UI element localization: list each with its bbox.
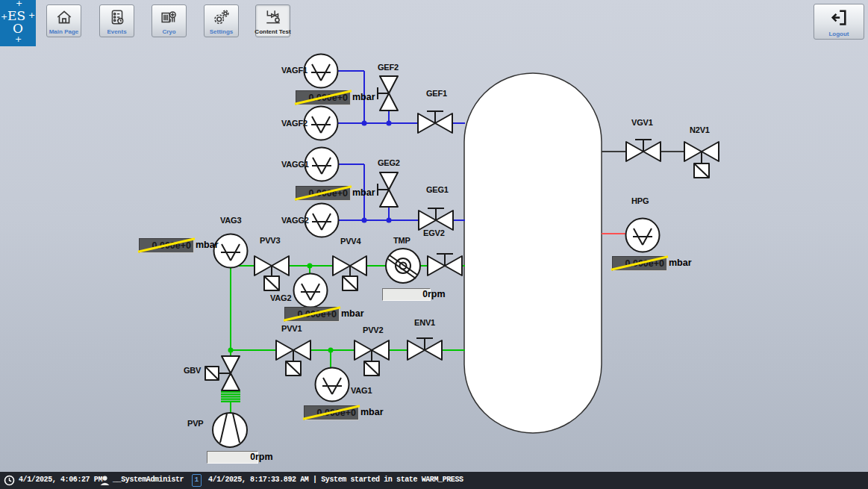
readout-tmp-rpm: 0: [382, 288, 431, 301]
app-root: VAGF1 VAGF2 VAGG1 VAGG2 GEF2 GEF1 GEG2 G…: [0, 0, 868, 489]
readout-vag1-pressure: 0.000e+0: [304, 405, 359, 420]
label-env1: ENV1: [414, 318, 435, 327]
valve-gbv[interactable]: [205, 356, 240, 390]
valve-geg1[interactable]: [419, 208, 453, 230]
valve-n2v1[interactable]: [684, 142, 719, 178]
statusbar-message: 4/1/2025, 8:17:33.892 AM | System starte…: [208, 476, 463, 484]
gear-icon: [204, 7, 238, 27]
gauge-vagf1[interactable]: [305, 54, 338, 88]
eso-logo: + + + + ES O: [0, 0, 36, 46]
home-icon: [47, 7, 81, 27]
label-vag1: VAG1: [351, 386, 372, 395]
gauge-vagg1[interactable]: [305, 148, 339, 181]
cryo-plant-icon: [152, 7, 186, 27]
label-egv2: EGV2: [423, 228, 445, 237]
label-hpg: HPG: [631, 196, 649, 205]
vacuum-vessel: [464, 73, 602, 433]
label-vgv1: VGV1: [631, 118, 653, 127]
label-vag2: VAG2: [270, 293, 291, 302]
readout-hpg-pressure: 0.000e+0: [612, 256, 667, 271]
label-vagf1: VAGF1: [281, 66, 307, 75]
label-vagg1: VAGG1: [281, 160, 309, 169]
label-n2v1: N2V1: [690, 125, 710, 134]
label-gbv: GBV: [184, 366, 201, 375]
label-vagg2: VAGG2: [281, 216, 309, 225]
gauge-vagg2[interactable]: [305, 204, 339, 237]
schematic-canvas: [0, 0, 868, 489]
piping-diagram-icon: [256, 7, 290, 27]
events-list-icon: [100, 7, 134, 27]
readout-vagf-pressure: 0.000e+0: [296, 90, 351, 105]
label-geg2: GEG2: [378, 158, 400, 167]
label-pvv2: PVV2: [363, 326, 383, 334]
events-button[interactable]: Events: [99, 4, 134, 37]
label-gef1: GEF1: [426, 89, 447, 98]
status-bar: 4/1/2025, 4:06:27 PM __SystemAdministr 1…: [0, 472, 868, 489]
logo-text-bottom: O: [13, 21, 23, 36]
unit-vag1: mbar: [360, 407, 384, 417]
pump-pvp[interactable]: [213, 413, 247, 447]
unit-pvp-rpm: rpm: [255, 452, 273, 462]
label-pvv3: PVV3: [260, 236, 280, 245]
unit-vagf: mbar: [352, 92, 375, 102]
settings-button[interactable]: Settings: [204, 4, 239, 37]
unit-vag2: mbar: [341, 308, 364, 319]
logout-button[interactable]: Logout: [814, 4, 864, 40]
clock-icon: [4, 475, 15, 486]
label-tmp: TMP: [393, 236, 410, 245]
gauge-vag3[interactable]: [214, 234, 248, 268]
logout-icon: [814, 7, 864, 28]
message-log-icon: 1: [192, 474, 202, 487]
label-vag3: VAG3: [220, 216, 241, 225]
gauge-hpg[interactable]: [626, 219, 660, 252]
unit-vagg: mbar: [352, 187, 375, 198]
valve-geg2[interactable]: [378, 172, 398, 207]
main-page-button[interactable]: Main Page: [46, 4, 81, 37]
valve-gef2[interactable]: [378, 76, 398, 110]
valve-pvv3[interactable]: [255, 256, 289, 290]
label-vagf2: VAGF2: [281, 119, 307, 128]
valve-egv2[interactable]: [428, 254, 462, 275]
readout-vag3-pressure: 0.000e+0: [139, 238, 194, 253]
gauge-vag2[interactable]: [294, 274, 328, 308]
gauge-vag1[interactable]: [316, 368, 349, 402]
statusbar-local-time: 4/1/2025, 4:06:27 PM: [19, 476, 102, 484]
unit-vag3: mbar: [196, 240, 219, 250]
label-pvp: PVP: [187, 419, 203, 428]
readout-pvp-rpm: 0: [207, 451, 258, 464]
label-geg1: GEG1: [426, 185, 449, 194]
statusbar-user: __SystemAdministr: [113, 476, 184, 484]
unit-hpg: mbar: [669, 258, 692, 268]
valve-gef1[interactable]: [418, 111, 452, 133]
valve-pvv1[interactable]: [276, 340, 310, 376]
valve-vgv1[interactable]: [626, 140, 661, 161]
valve-pvv2[interactable]: [355, 340, 389, 376]
label-pvv1: PVV1: [281, 324, 302, 333]
gauge-vagf2[interactable]: [305, 107, 338, 140]
valve-env1[interactable]: [408, 338, 442, 360]
unit-tmp-rpm: rpm: [428, 289, 446, 299]
pump-tmp[interactable]: [386, 249, 420, 283]
readout-vag2-pressure: 0.000e+0: [284, 307, 340, 322]
label-gef2: GEF2: [378, 63, 399, 72]
user-icon: [99, 475, 110, 486]
label-pvv4: PVV4: [340, 237, 360, 246]
valve-pvv4[interactable]: [333, 256, 366, 290]
content-test-button[interactable]: Content Test: [255, 4, 290, 37]
cryo-button[interactable]: Cryo: [152, 4, 187, 37]
readout-vagg-pressure: 0.000e+0: [296, 186, 351, 201]
